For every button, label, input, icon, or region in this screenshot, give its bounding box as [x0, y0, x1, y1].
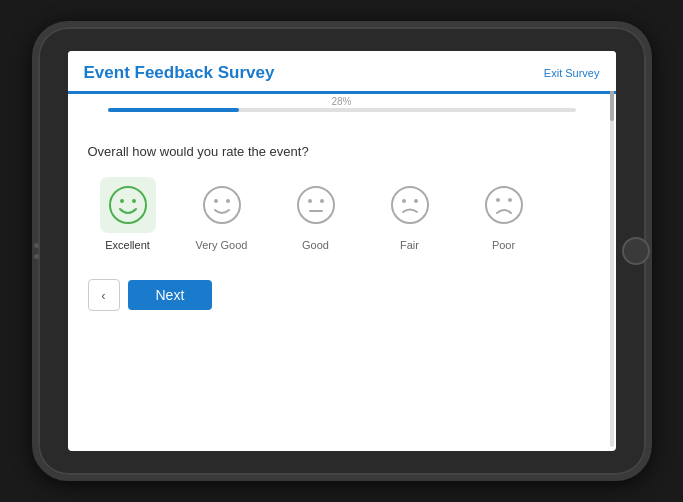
svg-point-12	[414, 199, 418, 203]
fair-icon	[390, 185, 430, 225]
rating-option-fair[interactable]: Fair	[370, 177, 450, 251]
svg-point-6	[298, 187, 334, 223]
svg-point-14	[496, 198, 500, 202]
screen-header: Event Feedback Survey Exit Survey	[68, 51, 616, 94]
excellent-label: Excellent	[105, 239, 150, 251]
svg-point-10	[392, 187, 428, 223]
good-label: Good	[302, 239, 329, 251]
svg-point-5	[226, 199, 230, 203]
question-text: Overall how would you rate the event?	[88, 144, 596, 159]
survey-screen: Event Feedback Survey Exit Survey 28% Ov…	[68, 51, 616, 451]
exit-survey-link[interactable]: Exit Survey	[544, 67, 600, 79]
tablet-home-button[interactable]	[622, 237, 650, 265]
scrollbar[interactable]	[610, 91, 614, 447]
svg-point-11	[402, 199, 406, 203]
fair-smiley-container	[382, 177, 438, 233]
tablet-left-buttons	[34, 243, 39, 259]
scrollbar-thumb	[610, 91, 614, 121]
screen-body: Overall how would you rate the event? Ex…	[68, 124, 616, 451]
svg-point-15	[508, 198, 512, 202]
svg-point-4	[214, 199, 218, 203]
very-good-label: Very Good	[196, 239, 248, 251]
back-button[interactable]: ‹	[88, 279, 120, 311]
progress-bar-area: 28%	[68, 94, 616, 124]
progress-fill	[108, 108, 239, 112]
poor-label: Poor	[492, 239, 515, 251]
svg-point-8	[320, 199, 324, 203]
nav-buttons: ‹ Next	[88, 279, 596, 311]
poor-icon	[484, 185, 524, 225]
good-icon	[296, 185, 336, 225]
rating-option-good[interactable]: Good	[276, 177, 356, 251]
survey-title: Event Feedback Survey	[84, 63, 275, 83]
tablet: Event Feedback Survey Exit Survey 28% Ov…	[32, 21, 652, 481]
excellent-smiley-container	[100, 177, 156, 233]
svg-point-0	[110, 187, 146, 223]
svg-point-7	[308, 199, 312, 203]
good-smiley-container	[288, 177, 344, 233]
progress-label: 28%	[331, 96, 351, 107]
svg-point-2	[132, 199, 136, 203]
very-good-smiley-container	[194, 177, 250, 233]
svg-point-3	[204, 187, 240, 223]
rating-option-poor[interactable]: Poor	[464, 177, 544, 251]
excellent-icon	[108, 185, 148, 225]
very-good-icon	[202, 185, 242, 225]
next-button[interactable]: Next	[128, 280, 213, 310]
poor-smiley-container	[476, 177, 532, 233]
rating-option-very-good[interactable]: Very Good	[182, 177, 262, 251]
rating-option-excellent[interactable]: Excellent	[88, 177, 168, 251]
svg-point-1	[120, 199, 124, 203]
progress-track	[108, 108, 576, 112]
svg-point-13	[486, 187, 522, 223]
rating-options: Excellent Very Good	[88, 177, 596, 251]
fair-label: Fair	[400, 239, 419, 251]
